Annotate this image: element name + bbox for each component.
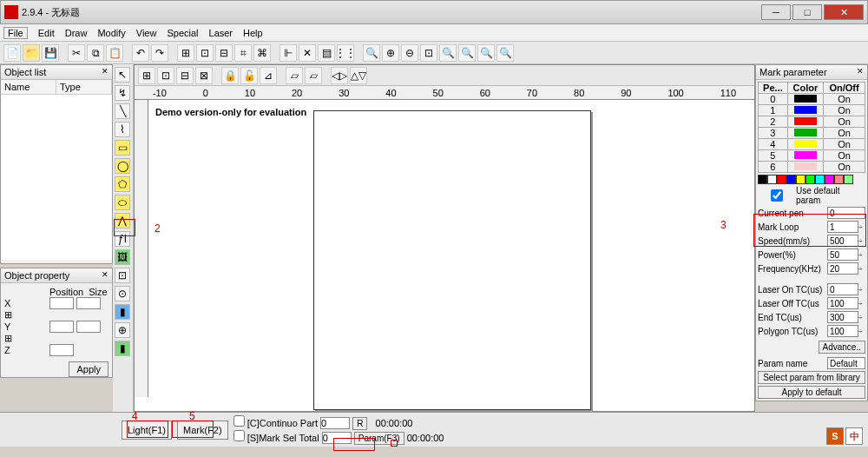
poly-tc-input[interactable]: [827, 325, 858, 337]
array-icon[interactable]: ⊞: [4, 309, 12, 320]
ime-s-icon[interactable]: S: [826, 427, 844, 445]
zoom-in-icon[interactable]: ⊕: [382, 44, 399, 62]
table-row[interactable]: 4On: [759, 139, 865, 150]
zoom-icon[interactable]: 🔍: [496, 44, 514, 62]
redo-icon[interactable]: ↷: [151, 44, 168, 62]
size-x-input[interactable]: [76, 297, 101, 309]
col-type[interactable]: Type: [56, 80, 112, 94]
tool-icon[interactable]: ⊩: [279, 44, 297, 62]
tool-icon[interactable]: ▤: [318, 44, 335, 62]
close-icon[interactable]: ✕: [102, 67, 108, 77]
timer-icon[interactable]: ⊙: [115, 286, 130, 301]
grid-icon[interactable]: ⊞: [138, 67, 155, 84]
freq-input[interactable]: [827, 262, 858, 275]
light-button[interactable]: Light(F1): [122, 421, 172, 440]
power-input[interactable]: [827, 248, 858, 261]
mirror-v-icon[interactable]: △▽: [350, 67, 367, 84]
speed-input[interactable]: [827, 235, 858, 247]
polygon-icon[interactable]: ⬠: [115, 176, 130, 192]
table-row[interactable]: 6On: [759, 162, 865, 173]
apply-button[interactable]: Apply: [69, 361, 108, 377]
advance-button[interactable]: Advance..: [819, 341, 865, 354]
paste-icon[interactable]: 📋: [106, 44, 123, 62]
pos-y-input[interactable]: [49, 321, 74, 333]
tool-icon[interactable]: ⊡: [196, 44, 214, 62]
object-list-body[interactable]: [1, 95, 112, 260]
tool-icon[interactable]: ⊟: [215, 44, 233, 62]
marksel-checkbox[interactable]: [233, 430, 245, 441]
maximize-button[interactable]: □: [792, 4, 822, 20]
table-row[interactable]: 0On: [759, 94, 865, 105]
menu-edit[interactable]: Edit: [38, 28, 55, 38]
text-icon[interactable]: ƒI: [115, 231, 130, 247]
menu-special[interactable]: Special: [167, 28, 198, 38]
menu-laser[interactable]: Laser: [209, 28, 233, 38]
lock-icon[interactable]: 🔒: [221, 67, 239, 84]
circle-icon[interactable]: ◯: [115, 158, 130, 174]
param-name-input[interactable]: [827, 357, 865, 369]
table-row[interactable]: 5On: [759, 150, 865, 162]
menu-help[interactable]: Help: [243, 28, 263, 38]
cut-icon[interactable]: ✂: [68, 44, 85, 62]
r-button[interactable]: R: [352, 417, 367, 430]
current-pen-input[interactable]: [827, 207, 865, 219]
rect-icon[interactable]: ▭: [115, 140, 130, 156]
extend-icon[interactable]: ▮: [115, 341, 130, 356]
new-icon[interactable]: 📄: [3, 44, 21, 62]
ime-c-icon[interactable]: 中: [845, 427, 863, 445]
param-button[interactable]: Param(F3): [354, 432, 404, 445]
menu-view[interactable]: View: [136, 28, 157, 38]
close-button[interactable]: ✕: [824, 4, 864, 20]
copy-icon[interactable]: ⧉: [87, 44, 104, 62]
curve-icon[interactable]: ⌇: [115, 122, 130, 137]
col-name[interactable]: Name: [1, 80, 56, 94]
open-icon[interactable]: 📁: [23, 44, 40, 62]
ellipse-icon[interactable]: ⬭: [115, 195, 130, 210]
vector-icon[interactable]: ⊡: [115, 268, 130, 283]
tool-icon[interactable]: ⊿: [260, 67, 277, 84]
menu-file[interactable]: File: [3, 27, 28, 39]
array-icon[interactable]: ⊞: [4, 333, 12, 343]
close-icon[interactable]: ✕: [102, 270, 108, 281]
use-default-checkbox[interactable]: [758, 189, 796, 202]
zoom-out-icon[interactable]: ⊖: [401, 44, 418, 62]
color-palette[interactable]: [758, 175, 865, 184]
select-icon[interactable]: ↖: [115, 67, 130, 83]
tool-icon[interactable]: ⌗: [234, 44, 252, 62]
image-icon[interactable]: 🖼: [115, 249, 130, 265]
unlock-icon[interactable]: 🔓: [240, 67, 258, 84]
zoom-fit-icon[interactable]: ⊡: [420, 44, 437, 62]
mirror-h-icon[interactable]: ◁▷: [331, 67, 348, 84]
table-row[interactable]: 2On: [759, 116, 865, 128]
laser-on-input[interactable]: [827, 283, 858, 295]
laser-off-input[interactable]: [827, 297, 858, 309]
node-icon[interactable]: ↯: [115, 85, 130, 101]
canvas[interactable]: Demo version-only for evaluation: [148, 100, 740, 397]
close-icon[interactable]: ✕: [857, 67, 864, 77]
mark-button[interactable]: Mark(F2): [177, 421, 228, 440]
pos-x-input[interactable]: [49, 297, 74, 309]
zoom-icon[interactable]: 🔍: [458, 44, 476, 62]
save-icon[interactable]: 💾: [42, 44, 59, 62]
zoom-icon[interactable]: 🔍: [363, 44, 380, 62]
apply-default-button[interactable]: Apply to default: [758, 386, 865, 399]
menu-modify[interactable]: Modify: [97, 28, 125, 38]
tool-icon[interactable]: ▱: [286, 67, 303, 84]
continuo-checkbox[interactable]: [233, 415, 245, 427]
zoom-icon[interactable]: 🔍: [439, 44, 457, 62]
tool-icon[interactable]: ⌘: [253, 44, 271, 62]
size-y-input[interactable]: [76, 321, 101, 333]
snap-icon[interactable]: ⊡: [157, 67, 174, 84]
menu-draw[interactable]: Draw: [65, 28, 88, 38]
io-icon[interactable]: ▮: [115, 304, 130, 320]
tool-icon[interactable]: ⊞: [177, 44, 194, 62]
tool-icon[interactable]: ✕: [299, 44, 316, 62]
undo-icon[interactable]: ↶: [132, 44, 149, 62]
pos-z-input[interactable]: [49, 344, 74, 356]
line-icon[interactable]: ╲: [115, 103, 130, 119]
total-input[interactable]: [322, 432, 352, 444]
snap-icon[interactable]: ⊠: [195, 67, 213, 84]
mark-loop-input[interactable]: [827, 221, 858, 233]
table-row[interactable]: 1On: [759, 105, 865, 116]
end-tc-input[interactable]: [827, 311, 858, 323]
